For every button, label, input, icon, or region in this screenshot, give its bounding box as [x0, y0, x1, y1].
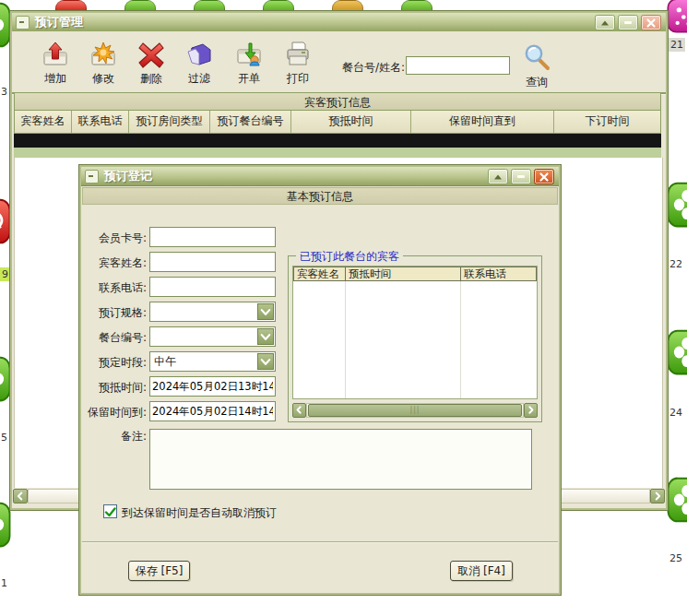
modify-button[interactable]: 修改 [80, 41, 126, 87]
dialog-icon [85, 170, 99, 184]
table-search-input[interactable] [406, 56, 510, 75]
table-row[interactable] [14, 148, 661, 158]
auto-cancel-checkbox[interactable] [103, 504, 117, 518]
table-icon-free[interactable] [667, 329, 687, 375]
table-selected-row[interactable] [14, 134, 661, 148]
arrival-label: 预抵时间: [79, 380, 147, 396]
guest-table-body [293, 281, 537, 398]
hold-until-label: 保留时间到: [79, 405, 147, 421]
search-label: 餐台号/姓名: [342, 60, 405, 76]
remark-label: 备注: [79, 429, 147, 444]
column-header[interactable]: 宾客姓名 [15, 111, 72, 133]
phone-label: 联系电话: [79, 280, 147, 296]
open-bill-button[interactable]: 开单 [226, 41, 272, 87]
table-header-row: 宾客姓名 联系电话 预订房间类型 预订餐台编号 预抵时间 保留时间直到 下订时间 [14, 111, 661, 134]
table-icon-free[interactable] [667, 477, 687, 523]
scroll-right-arrow[interactable] [650, 489, 665, 503]
main-titlebar: 预订管理 [12, 13, 666, 32]
table-number: 21 [669, 38, 685, 52]
filter-icon [184, 41, 214, 70]
save-button[interactable]: 保存 [F5] [128, 561, 190, 581]
column-header[interactable]: 下订时间 [554, 111, 660, 133]
column-header[interactable]: 联系电话 [72, 111, 129, 133]
edit-icon [89, 41, 118, 70]
booked-guests-table: 宾客姓名 预抵时间 联系电话 [292, 266, 538, 399]
spec-label: 预订规格: [79, 305, 147, 321]
window-title: 预订管理 [35, 14, 83, 30]
dialog-maximize-button[interactable] [488, 169, 508, 184]
window-icon [16, 16, 30, 30]
period-select[interactable]: 中午 [149, 351, 276, 372]
main-minimize-button[interactable] [618, 15, 638, 30]
column-header[interactable]: 预抵时间 [291, 111, 411, 133]
table-number: 1 [1, 576, 7, 590]
table-number: 5 [1, 431, 7, 444]
chevron-down-icon[interactable] [257, 328, 274, 345]
column-header[interactable]: 保留时间直到 [411, 111, 554, 133]
print-icon [283, 41, 313, 70]
column-header[interactable]: 预订房间类型 [129, 111, 210, 133]
scroll-right-arrow[interactable] [524, 403, 538, 418]
member-card-input[interactable] [149, 227, 276, 247]
member-card-label: 会员卡号: [79, 231, 147, 246]
table-no-label: 餐台编号: [79, 330, 147, 346]
screen: 3 9 5 1 21 22 24 25 预订管理 增加 [0, 0, 687, 616]
guest-column-header[interactable]: 预抵时间 [346, 267, 461, 281]
period-label: 预定时段: [79, 355, 147, 371]
scroll-thumb[interactable]: ||| [308, 404, 522, 417]
dialog-minimize-button[interactable] [511, 169, 531, 184]
footer-divider [82, 541, 558, 542]
query-button[interactable]: 查询 [518, 43, 555, 90]
remark-textarea[interactable] [149, 429, 532, 490]
table-number: 24 [669, 406, 682, 420]
print-button[interactable]: 打印 [275, 41, 321, 87]
open-bill-icon [234, 41, 264, 70]
guest-column-header[interactable]: 宾客姓名 [293, 267, 346, 281]
booked-guests-title: 已预订此餐台的宾客 [296, 249, 403, 265]
table-number: 25 [669, 551, 682, 565]
table-icon-reserved[interactable] [667, 0, 687, 33]
main-maximize-button[interactable] [595, 15, 615, 30]
add-button[interactable]: 增加 [32, 41, 78, 87]
dialog-title: 预订登记 [104, 168, 152, 184]
arrival-input[interactable] [149, 376, 276, 397]
reservation-registration-dialog: 预订登记 基本预订信息 会员卡号: 宾客姓名: 联系电话: 预订规格: 餐台编号… [78, 164, 562, 596]
phone-input[interactable] [149, 277, 276, 297]
magnifier-icon [522, 43, 551, 71]
delete-button[interactable]: 删除 [128, 41, 174, 87]
scroll-track[interactable]: ||| [306, 403, 524, 418]
scroll-left-arrow[interactable] [292, 403, 306, 418]
filter-button[interactable]: 过滤 [176, 41, 222, 87]
table-number: 22 [669, 257, 682, 271]
column-header[interactable]: 预订餐台编号 [210, 111, 291, 133]
dialog-titlebar: 预订登记 [81, 167, 559, 186]
main-close-button[interactable] [641, 15, 661, 30]
guest-name-input[interactable] [149, 252, 276, 272]
table-group-header: 宾客预订信息 [14, 92, 661, 111]
dialog-close-button[interactable] [534, 169, 554, 184]
spec-select[interactable] [149, 302, 276, 322]
hold-until-input[interactable] [149, 401, 276, 421]
main-toolbar: 增加 修改 删除 过滤 [12, 31, 666, 94]
chevron-down-icon[interactable] [257, 353, 274, 370]
cancel-button[interactable]: 取消 [F4] [450, 561, 513, 581]
auto-cancel-label: 到达保留时间是否自动取消预订 [122, 505, 277, 521]
table-number: 3 [1, 85, 7, 99]
add-icon [41, 41, 70, 70]
guest-name-label: 宾客姓名: [79, 255, 147, 271]
chevron-down-icon[interactable] [257, 303, 274, 320]
check-icon [104, 506, 116, 517]
table-no-select[interactable] [149, 326, 276, 347]
guest-column-header[interactable]: 联系电话 [461, 267, 537, 281]
section-header: 基本预订信息 [82, 187, 558, 205]
table-icon-free[interactable] [667, 182, 687, 228]
guest-table-scrollbar[interactable]: ||| [292, 402, 538, 418]
booked-guests-panel: 已预订此餐台的宾客 宾客姓名 预抵时间 联系电话 ||| [288, 255, 542, 422]
delete-icon [136, 41, 166, 70]
scroll-left-arrow[interactable] [13, 489, 28, 503]
